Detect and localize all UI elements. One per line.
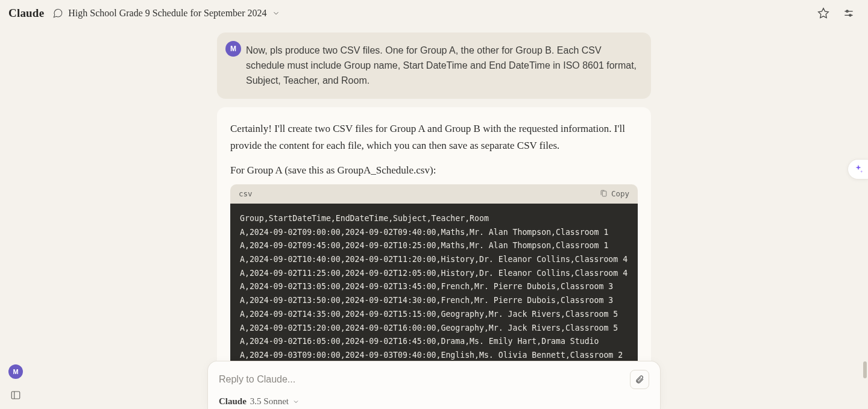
copy-button[interactable]: Copy (600, 188, 629, 200)
user-avatar: M (225, 41, 241, 57)
conversation-title-wrap[interactable]: High School Grade 9 Schedule for Septemb… (52, 8, 280, 19)
star-icon[interactable] (817, 7, 829, 19)
model-name-bold: Claude (219, 396, 247, 407)
svg-rect-5 (602, 192, 606, 197)
code-block: csv Copy Group,StartDateTime,EndDateTime… (230, 184, 638, 387)
header-left: Claude High School Grade 9 Schedule for … (8, 7, 280, 20)
user-avatar-small[interactable]: M (8, 364, 23, 379)
chevron-down-icon (272, 9, 280, 17)
sparkle-fab[interactable] (848, 159, 868, 180)
code-header: csv Copy (230, 184, 638, 204)
composer: Reply to Claude... Claude 3.5 Sonnet (207, 361, 661, 409)
sparkle-icon (853, 164, 864, 175)
composer-row-input: Reply to Claude... (219, 370, 649, 389)
header-right (817, 7, 860, 19)
paperclip-icon (635, 375, 644, 384)
model-picker[interactable]: Claude 3.5 Sonnet (219, 396, 649, 407)
left-rail-bottom: M (8, 364, 23, 401)
model-name-light: 3.5 Sonnet (250, 396, 289, 407)
svg-marker-0 (819, 8, 829, 18)
clipboard-icon (600, 190, 608, 198)
attach-button[interactable] (630, 370, 649, 389)
conversation: M Now, pls produce two CSV files. One fo… (217, 33, 651, 400)
scrollbar-thumb[interactable] (863, 361, 867, 378)
chat-icon (52, 8, 63, 19)
header-bar: Claude High School Grade 9 Schedule for … (0, 0, 868, 27)
user-message: M Now, pls produce two CSV files. One fo… (217, 33, 651, 99)
code-body[interactable]: Group,StartDateTime,EndDateTime,Subject,… (230, 204, 638, 387)
svg-rect-6 (11, 392, 20, 399)
sidebar-toggle-icon[interactable] (10, 390, 21, 401)
conversation-title: High School Grade 9 Schedule for Septemb… (68, 8, 266, 19)
code-lang-label: csv (239, 188, 253, 200)
sliders-icon[interactable] (843, 7, 855, 19)
user-message-text: Now, pls produce two CSV files. One for … (246, 45, 637, 86)
assistant-para-1: Certainly! I'll create two CSV files for… (230, 120, 638, 153)
assistant-para-2: For Group A (save this as GroupA_Schedul… (230, 162, 638, 178)
brand-logo[interactable]: Claude (8, 7, 44, 20)
copy-label: Copy (611, 188, 629, 200)
reply-input[interactable]: Reply to Claude... (219, 374, 295, 385)
assistant-message: Certainly! I'll create two CSV files for… (217, 107, 651, 399)
chevron-down-icon (292, 398, 300, 405)
